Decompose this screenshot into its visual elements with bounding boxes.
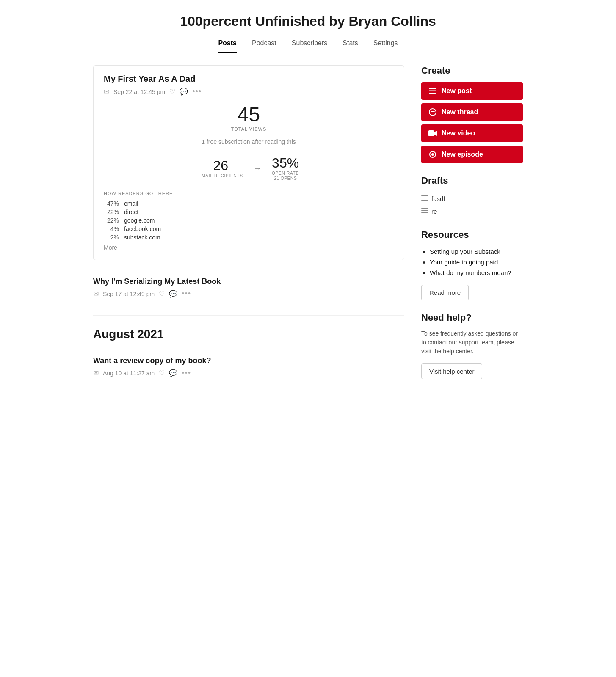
nav-posts[interactable]: Posts	[218, 39, 237, 53]
create-section: Create New post Ne	[421, 65, 523, 163]
total-views-label: TOTAL VIEWS	[104, 127, 394, 132]
svg-point-6	[431, 153, 434, 156]
nav-settings[interactable]: Settings	[373, 39, 398, 53]
draft-label-2: re	[431, 208, 437, 215]
post-meta-1: ✉ Sep 22 at 12:45 pm ♡ 💬 •••	[104, 87, 394, 96]
nav-subscribers[interactable]: Subscribers	[292, 39, 327, 53]
email-recipients-stat: 26 EMAIL RECIPIENTS	[199, 158, 243, 178]
posts-column: My First Year As A Dad ✉ Sep 22 at 12:45…	[93, 65, 404, 394]
resources-heading: Resources	[421, 229, 523, 240]
email-icon-2: ✉	[93, 290, 99, 298]
new-episode-label: New episode	[442, 151, 483, 158]
read-more-button[interactable]: Read more	[421, 285, 469, 300]
svg-rect-8	[421, 198, 428, 198]
new-post-icon	[428, 88, 437, 94]
svg-rect-2	[429, 93, 436, 94]
svg-rect-4	[428, 130, 434, 136]
readers-section: HOW READERS GOT HERE 47% email 22% direc…	[104, 191, 394, 251]
opens-count: 21 OPENS	[272, 176, 299, 181]
post-date-aug-1: Aug 10 at 11:27 am	[103, 370, 155, 377]
post-title-aug-1[interactable]: Want a review copy of my book?	[93, 356, 404, 365]
more-options-icon-aug[interactable]: •••	[182, 369, 191, 377]
main-layout: My First Year As A Dad ✉ Sep 22 at 12:45…	[93, 65, 523, 394]
right-sidebar: Create New post Ne	[421, 65, 523, 391]
draft-label-1: fasdf	[431, 195, 445, 202]
new-video-icon	[428, 130, 437, 136]
total-views-number: 45	[104, 105, 394, 125]
email-stats-row: 26 EMAIL RECIPIENTS → 35% OPEN RATE 21 O…	[104, 155, 394, 181]
draft-icon-2	[421, 207, 428, 215]
resource-item-2[interactable]: Your guide to going paid	[430, 257, 523, 267]
post-item-2: Why I'm Serializing My Latest Book ✉ Sep…	[93, 269, 404, 316]
reader-row-email: 47% email	[104, 199, 394, 208]
reader-row-facebook: 4% facebook.com	[104, 225, 394, 233]
section-august-2021: August 2021	[93, 327, 404, 341]
email-icon: ✉	[104, 88, 109, 96]
new-thread-button[interactable]: New thread	[421, 103, 523, 121]
comment-icon-aug[interactable]: 💬	[169, 369, 177, 377]
draft-icon-1	[421, 195, 428, 202]
svg-rect-9	[421, 200, 428, 201]
new-post-label: New post	[442, 87, 472, 95]
total-views-stat: 45 TOTAL VIEWS	[104, 105, 394, 132]
draft-item-1[interactable]: fasdf	[421, 192, 523, 205]
like-icon[interactable]: ♡	[169, 88, 175, 96]
main-nav: Posts Podcast Subscribers Stats Settings	[93, 39, 523, 53]
email-recipients-number: 26	[199, 158, 243, 173]
visit-help-center-button[interactable]: Visit help center	[421, 363, 482, 379]
resource-list: Setting up your Substack Your guide to g…	[421, 246, 523, 278]
more-sources-link[interactable]: More	[104, 244, 117, 251]
comment-icon-2[interactable]: 💬	[169, 290, 177, 298]
comment-icon[interactable]: 💬	[180, 88, 188, 96]
resource-item-1[interactable]: Setting up your Substack	[430, 246, 523, 257]
reader-row-substack: 2% substack.com	[104, 233, 394, 242]
new-video-button[interactable]: New video	[421, 124, 523, 142]
svg-rect-7	[421, 195, 428, 196]
open-rate-number: 35%	[272, 155, 299, 171]
readers-title: HOW READERS GOT HERE	[104, 191, 394, 196]
resources-section: Resources Setting up your Substack Your …	[421, 229, 523, 300]
new-video-label: New video	[442, 129, 475, 137]
nav-podcast[interactable]: Podcast	[252, 39, 276, 53]
svg-rect-0	[429, 88, 436, 89]
open-rate-stat: 35% OPEN RATE 21 OPENS	[272, 155, 299, 181]
svg-rect-12	[421, 212, 428, 213]
post-item-aug-1: Want a review copy of my book? ✉ Aug 10 …	[93, 348, 404, 394]
post-date-2: Sep 17 at 12:49 pm	[103, 291, 155, 297]
svg-point-3	[429, 109, 436, 116]
more-options-icon-2[interactable]: •••	[182, 289, 191, 298]
reader-row-direct: 22% direct	[104, 208, 394, 216]
like-icon-aug[interactable]: ♡	[159, 369, 165, 377]
more-options-icon[interactable]: •••	[192, 87, 202, 96]
post-card-1: My First Year As A Dad ✉ Sep 22 at 12:45…	[93, 65, 404, 260]
new-thread-label: New thread	[442, 108, 478, 116]
need-help-section: Need help? To see frequently asked quest…	[421, 312, 523, 379]
drafts-section: Drafts fasdf	[421, 175, 523, 217]
need-help-heading: Need help?	[421, 312, 523, 323]
new-thread-icon	[428, 108, 437, 116]
create-heading: Create	[421, 65, 523, 76]
post-meta-aug-1: ✉ Aug 10 at 11:27 am ♡ 💬 •••	[93, 369, 404, 377]
resource-item-3[interactable]: What do my numbers mean?	[430, 267, 523, 278]
new-post-button[interactable]: New post	[421, 82, 523, 100]
post-title-1: My First Year As A Dad	[104, 74, 394, 84]
nav-stats[interactable]: Stats	[343, 39, 358, 53]
post-title-2[interactable]: Why I'm Serializing My Latest Book	[93, 277, 404, 286]
email-icon-aug: ✉	[93, 369, 99, 377]
open-rate-label: OPEN RATE	[272, 171, 299, 176]
free-sub-text: 1 free subscription after reading this	[104, 138, 394, 145]
arrow-right-icon: →	[253, 163, 262, 173]
reader-row-google: 22% google.com	[104, 216, 394, 225]
need-help-text: To see frequently asked questions or to …	[421, 329, 523, 356]
like-icon-2[interactable]: ♡	[159, 290, 165, 298]
draft-item-2[interactable]: re	[421, 205, 523, 217]
site-title: 100percent Unfinished by Bryan Collins	[93, 0, 523, 39]
svg-rect-1	[429, 91, 436, 92]
svg-rect-10	[421, 208, 428, 209]
new-episode-button[interactable]: New episode	[421, 146, 523, 163]
post-date-1: Sep 22 at 12:45 pm	[113, 88, 165, 95]
email-recipients-label: EMAIL RECIPIENTS	[199, 173, 243, 178]
post-meta-2: ✉ Sep 17 at 12:49 pm ♡ 💬 •••	[93, 289, 404, 298]
drafts-heading: Drafts	[421, 175, 523, 186]
svg-rect-11	[421, 210, 428, 211]
